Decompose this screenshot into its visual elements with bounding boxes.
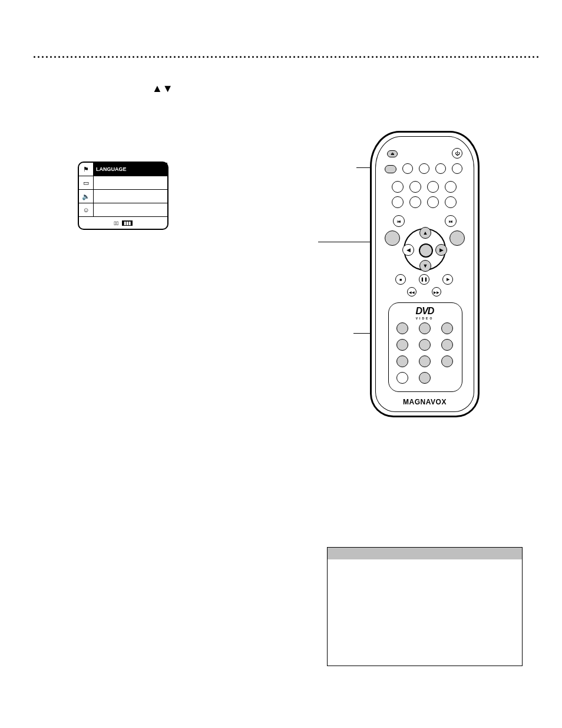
flag-icon: ⚑ [79, 163, 94, 176]
return-button[interactable] [449, 230, 465, 246]
func-button[interactable] [392, 181, 404, 193]
dotted-rule: ........................................… [33, 48, 540, 61]
screen-icon: ▭ [79, 176, 94, 189]
func-button[interactable] [427, 181, 439, 193]
person-icon: ☺ [79, 203, 94, 216]
remote-control: ⏏ ⏻ ⏮ ⏭ ▲ ▼ ◀ ▶ ■ ❚❚ [370, 131, 480, 417]
func-button[interactable] [445, 196, 457, 208]
dpad-left[interactable]: ◀ [402, 244, 414, 256]
next-button[interactable]: ⏭ [445, 215, 457, 227]
color-button-5[interactable] [452, 163, 462, 174]
color-button-2[interactable] [402, 163, 413, 174]
osd-footer: ▯▯ ▮▮▮ [79, 216, 167, 229]
brand-label: MAGNAVOX [372, 398, 478, 406]
osd-sound-row [94, 190, 167, 203]
prev-button[interactable]: ⏮ [393, 215, 405, 227]
keypad-star[interactable] [396, 372, 408, 384]
color-button-4[interactable] [435, 163, 446, 174]
rewind-button[interactable]: ◀◀ [407, 287, 416, 297]
func-button[interactable] [427, 196, 439, 208]
color-button-3[interactable] [419, 163, 429, 174]
dpad: ▲ ▼ ◀ ▶ [404, 228, 446, 271]
func-button[interactable] [409, 181, 421, 193]
color-button-1[interactable] [385, 165, 396, 173]
keypad-6[interactable] [441, 339, 453, 351]
pause-button[interactable]: ❚❚ [419, 274, 429, 285]
keypad-8[interactable] [419, 355, 431, 367]
dpad-up[interactable]: ▲ [419, 227, 431, 239]
sound-icon: 🔈 [79, 190, 94, 203]
play-button[interactable]: ▶ [442, 274, 453, 285]
eject-button[interactable]: ⏏ [387, 150, 398, 157]
keypad-3[interactable] [441, 322, 453, 334]
func-button[interactable] [445, 181, 457, 193]
hint-titlebar [328, 548, 522, 559]
stop-button[interactable]: ■ [395, 274, 406, 285]
dpad-down[interactable]: ▼ [419, 260, 431, 272]
keypad-5[interactable] [419, 339, 431, 351]
menu-button[interactable] [385, 230, 400, 246]
osd-access-row [94, 203, 167, 216]
osd-language-row: LANGUAGE [94, 163, 167, 176]
keypad-1[interactable] [396, 322, 408, 334]
hint-box [327, 547, 523, 666]
dvd-logo: DVD VIDEO [407, 306, 442, 320]
keypad-0[interactable] [419, 372, 431, 384]
osd-tvshape-row [94, 176, 167, 189]
osd-menu: ⚑ LANGUAGE ▭ 🔈 ☺ ▯▯ ▮▮▮ [78, 162, 168, 230]
up-down-arrows: ▲▼ [152, 83, 173, 95]
power-button[interactable]: ⏻ [452, 148, 462, 159]
dpad-right[interactable]: ▶ [435, 244, 447, 256]
ffwd-button[interactable]: ▶▶ [432, 287, 441, 297]
keypad-7[interactable] [396, 355, 408, 367]
ok-button[interactable] [419, 243, 433, 258]
keypad-4[interactable] [396, 339, 408, 351]
func-button[interactable] [392, 196, 404, 208]
keypad-9[interactable] [441, 355, 453, 367]
keypad-2[interactable] [419, 322, 431, 334]
func-button[interactable] [409, 196, 421, 208]
